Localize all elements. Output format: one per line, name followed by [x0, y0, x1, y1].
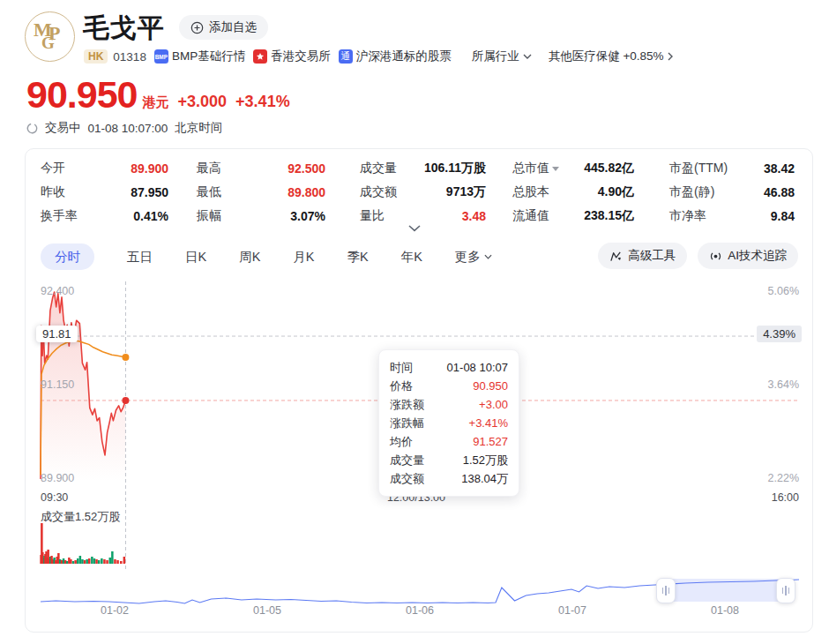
tag-bmp: BMP BMP基础行情: [154, 49, 245, 64]
stock-code: 01318: [113, 50, 146, 64]
industry-link[interactable]: 其他医疗保健 +0.85%: [549, 49, 673, 64]
chevron-down-icon: [523, 54, 532, 59]
hkex-star-icon: [253, 49, 267, 64]
stock-detail-page: M P G 毛戈平 添加自选 HK 01318 BMP BMP基础行情 香港交易…: [0, 0, 829, 644]
quote-time: 01-08 10:07:00: [88, 122, 168, 135]
navigator-right-handle[interactable]: [776, 578, 795, 603]
stat-市盈(TTM): 市盈(TTM)38.42: [669, 160, 795, 177]
tag-label: 香港交易所: [271, 49, 331, 64]
y-axis-pct-label: 3.64%: [768, 378, 799, 392]
stock-name-title: 毛戈平: [83, 11, 165, 47]
market-status: 交易中: [45, 120, 81, 136]
stat-昨收: 昨收87.950: [41, 183, 168, 201]
tab-五日[interactable]: 五日: [127, 249, 153, 266]
last-price: 90.950: [26, 76, 138, 114]
y-axis-pct-label: 2.22%: [768, 471, 799, 485]
stat-最高: 最高92.500: [197, 160, 325, 177]
company-logo: M P G: [25, 11, 75, 62]
navigator-date: 01-05: [245, 604, 289, 617]
tooltip-row-时间: 时间01-08 10:07: [390, 358, 508, 377]
crosshair-pct-label: 4.39%: [757, 326, 802, 342]
tooltip-row-价格: 价格90.950: [390, 377, 508, 395]
market-status-row: 交易中 01-08 10:07:00 北京时间: [26, 120, 222, 136]
quote-card: 今开89.900最高92.500成交量106.11万股总市值445.82亿市盈(…: [25, 148, 813, 633]
tab-分时[interactable]: 分时: [41, 243, 94, 270]
navigator-date: 01-08: [703, 604, 747, 617]
navigator-date: 01-02: [93, 604, 137, 617]
stat-总股本: 总股本4.90亿: [512, 183, 634, 201]
plus-circle-icon: [190, 21, 204, 34]
caret-down-icon: [552, 167, 559, 171]
stat-今开: 今开89.900: [41, 160, 168, 177]
volume-panel-label: 成交量1.52万股: [41, 509, 120, 525]
market-status-icon: [26, 123, 38, 134]
tab-月K[interactable]: 月K: [293, 249, 314, 266]
stat-换手率: 换手率0.41%: [41, 207, 168, 225]
collapse-stats-chevron[interactable]: [405, 223, 424, 234]
connect-badge-icon: 通: [339, 49, 353, 64]
industry-label: 所属行业: [472, 49, 519, 64]
market-badge: HK: [84, 49, 108, 64]
tooltip-row-涨跌幅: 涨跌幅+3.41%: [390, 414, 508, 432]
quote-block: 90.950 港元 +3.000 +3.41%: [26, 76, 290, 114]
navigator-date: 01-07: [550, 604, 594, 617]
tooltip-row-涨跌额: 涨跌额+3.00: [390, 395, 508, 414]
stat-量比: 量比3.48: [360, 207, 486, 225]
y-axis-pct-label: 5.06%: [768, 284, 799, 298]
stat-振幅: 振幅3.07%: [197, 207, 325, 225]
tab-季K[interactable]: 季K: [347, 249, 369, 266]
price-change: +3.000: [178, 93, 228, 114]
stat-总市值[interactable]: 总市值445.82亿: [512, 160, 634, 177]
navigator-date: 01-06: [398, 604, 442, 617]
tab-年K[interactable]: 年K: [401, 249, 422, 266]
tag-connect: 通 沪深港通标的股票: [339, 49, 452, 64]
tag-label: 沪深港通标的股票: [356, 49, 452, 64]
currency-label: 港元: [143, 94, 169, 114]
logo-letter: G: [41, 34, 55, 53]
period-tabs: 分时五日日K周K月K季K年K更多: [41, 243, 492, 271]
chart-toolbar: 高级工具 AI技术追踪: [598, 243, 798, 269]
stat-成交量: 成交量106.11万股: [360, 160, 486, 177]
timezone-label: 北京时间: [175, 120, 222, 136]
tooltip-row-成交额: 成交额138.04万: [390, 469, 508, 488]
navigator-left-handle[interactable]: [656, 578, 676, 603]
stat-最低: 最低89.800: [197, 183, 325, 201]
stat-成交额: 成交额9713万: [360, 183, 486, 201]
advanced-tools-button[interactable]: 高级工具: [598, 243, 687, 269]
tab-更多[interactable]: 更多: [455, 249, 492, 266]
bmp-badge-icon: BMP: [154, 49, 168, 64]
stat-市净率: 市净率9.84: [669, 207, 795, 225]
industry-dropdown[interactable]: 所属行业: [472, 49, 532, 64]
chart-tooltip: 时间01-08 10:07价格90.950涨跌额+3.00涨跌幅+3.41%均价…: [378, 349, 519, 497]
tag-hkex: 香港交易所: [253, 49, 331, 64]
ai-tracking-button[interactable]: AI技术追踪: [698, 243, 798, 269]
x-axis-label-open: 09:30: [41, 490, 68, 505]
chevron-right-icon: [668, 52, 673, 61]
tag-label: BMP基础行情: [172, 49, 245, 64]
tooltip-row-成交量: 成交量1.52万股: [390, 451, 508, 469]
y-axis-price-label: 92.400: [41, 284, 74, 298]
stat-市盈(静): 市盈(静)46.88: [669, 183, 795, 201]
stat-流通值: 流通值238.15亿: [512, 207, 634, 225]
add-watchlist-label: 添加自选: [209, 19, 257, 35]
advanced-tools-icon: [609, 250, 623, 263]
industry-value: 其他医疗保健 +0.85%: [549, 49, 664, 64]
y-axis-price-label: 89.900: [41, 471, 74, 485]
add-watchlist-button[interactable]: 添加自选: [179, 15, 268, 40]
tab-日K[interactable]: 日K: [185, 249, 206, 266]
tab-周K[interactable]: 周K: [239, 249, 260, 266]
navigator-selection[interactable]: [665, 579, 785, 602]
ai-radar-icon: [709, 250, 722, 263]
tooltip-row-均价: 均价91.527: [390, 432, 508, 451]
x-axis-label-close: 16:00: [772, 490, 799, 505]
price-change-pct: +3.41%: [235, 93, 290, 114]
tag-row: HK 01318 BMP BMP基础行情 香港交易所 通 沪深港通标的股票 所属…: [84, 48, 673, 65]
chevron-down-icon: [484, 254, 492, 259]
y-axis-price-label: 91.150: [41, 378, 74, 392]
advanced-tools-label: 高级工具: [628, 248, 676, 264]
ai-tracking-label: AI技术追踪: [728, 248, 787, 264]
crosshair-price-label: 91.81: [36, 326, 78, 342]
